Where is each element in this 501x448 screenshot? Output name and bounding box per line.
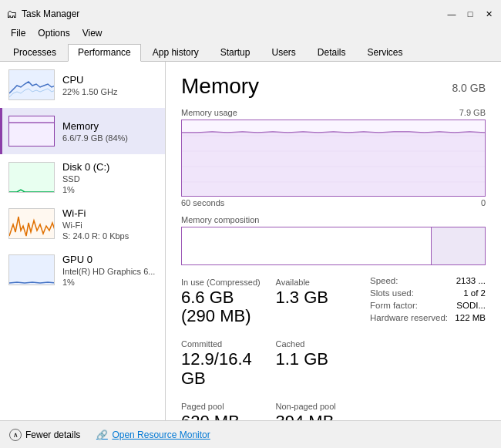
close-button[interactable]: ✕: [483, 8, 495, 20]
right-stats: Speed: 2133 ... Slots used: 1 of 2 Form …: [362, 273, 486, 420]
cpu-detail: 22% 1.50 GHz: [62, 87, 118, 96]
sidebar-item-disk[interactable]: Disk 0 (C:) SSD 1%: [0, 154, 165, 200]
svg-rect-3: [9, 255, 55, 285]
available-value: 1.3 GB: [276, 288, 363, 307]
time-label: 60 seconds 0: [181, 198, 486, 207]
window-title: Task Manager: [22, 8, 79, 19]
stat-in-use: In use (Compressed) 6.6 GB (290 MB): [181, 273, 268, 330]
open-resource-monitor-button[interactable]: 🔗 Open Resource Monitor: [96, 429, 210, 441]
usage-label-text: Memory usage: [181, 108, 237, 117]
memory-name: Memory: [62, 120, 128, 132]
composition-chart: [181, 227, 486, 265]
nonpaged-value: 394 MB: [276, 413, 363, 420]
svg-rect-0: [9, 116, 55, 147]
tab-users[interactable]: Users: [261, 44, 305, 61]
svg-marker-9: [182, 132, 485, 197]
cpu-mini-graph: [8, 69, 55, 100]
comp-in-use: [182, 227, 432, 265]
speed-label: Speed:: [370, 276, 398, 285]
menu-bar: File Options View: [0, 25, 501, 42]
form-value: SODI...: [456, 301, 486, 310]
fewer-details-button[interactable]: ∧ Fewer details: [9, 429, 80, 441]
usage-chart-label: Memory usage 7.9 GB: [181, 108, 486, 117]
svg-rect-1: [9, 163, 55, 193]
sidebar-item-gpu[interactable]: GPU 0 Intel(R) HD Graphics 6... 1%: [0, 247, 165, 293]
tab-bar: Processes Performance App history Startu…: [0, 42, 501, 62]
composition-section: Memory composition: [181, 215, 486, 265]
tab-processes[interactable]: Processes: [3, 44, 66, 61]
disk-name: Disk 0 (C:): [62, 161, 109, 173]
panel-title: Memory: [181, 74, 259, 99]
tab-app-history[interactable]: App history: [143, 44, 209, 61]
reserved-label: Hardware reserved:: [370, 313, 448, 322]
slots-value: 1 of 2: [463, 288, 486, 298]
tab-performance[interactable]: Performance: [68, 44, 141, 62]
right-panel: Memory 8.0 GB Memory usage 7.9 GB: [166, 62, 501, 420]
form-row: Form factor: SODI...: [370, 301, 486, 310]
reserved-value: 122 MB: [455, 313, 486, 322]
gpu-info: GPU 0 Intel(R) HD Graphics 6... 1%: [62, 254, 155, 287]
composition-label-text: Memory composition: [181, 215, 259, 224]
composition-label: Memory composition: [181, 215, 486, 224]
minimize-button[interactable]: —: [446, 8, 458, 20]
gpu-detail1: Intel(R) HD Graphics 6...: [62, 267, 155, 276]
cached-value: 1.1 GB: [276, 350, 363, 369]
committed-label: Committed: [181, 339, 268, 349]
slots-row: Slots used: 1 of 2: [370, 288, 486, 298]
stats-area: In use (Compressed) 6.6 GB (290 MB) Avai…: [181, 273, 486, 420]
tab-details[interactable]: Details: [308, 44, 356, 61]
sidebar-item-cpu[interactable]: CPU 22% 1.50 GHz: [0, 62, 165, 108]
disk-detail2: 1%: [62, 185, 109, 194]
usage-chart: [181, 120, 486, 197]
gpu-detail2: 1%: [62, 278, 155, 287]
wifi-detail2: S: 24.0 R: 0 Kbps: [62, 231, 129, 241]
chevron-down-icon: ∧: [9, 429, 22, 441]
cpu-info: CPU 22% 1.50 GHz: [62, 74, 118, 96]
gpu-name: GPU 0: [62, 254, 155, 265]
usage-max-text: 7.9 GB: [459, 108, 486, 117]
wifi-info: Wi-Fi Wi-Fi S: 24.0 R: 0 Kbps: [62, 207, 129, 241]
panel-total: 8.0 GB: [452, 74, 486, 94]
cpu-name: CPU: [62, 74, 118, 86]
stat-committed: Committed 12.9/16.4 GB: [181, 335, 268, 392]
disk-detail1: SSD: [62, 174, 109, 184]
committed-value: 12.9/16.4 GB: [181, 350, 268, 387]
time-start: 60 seconds: [181, 198, 224, 207]
panel-header: Memory 8.0 GB: [181, 74, 486, 99]
speed-row: Speed: 2133 ...: [370, 276, 486, 285]
form-label: Form factor:: [370, 301, 418, 310]
wifi-name: Wi-Fi: [62, 207, 129, 219]
disk-mini-graph: [8, 162, 55, 193]
wifi-mini-graph: [8, 208, 55, 239]
stat-nonpaged: Non-paged pool 394 MB: [276, 397, 363, 420]
sidebar-item-wifi[interactable]: Wi-Fi Wi-Fi S: 24.0 R: 0 Kbps: [0, 200, 165, 247]
usage-chart-section: Memory usage 7.9 GB 60 secon: [181, 108, 486, 207]
title-controls: — □ ✕: [446, 8, 495, 20]
menu-options[interactable]: Options: [33, 27, 74, 39]
title-bar: 🗂 Task Manager — □ ✕: [0, 0, 501, 25]
stat-available: Available 1.3 GB: [276, 273, 363, 330]
memory-info: Memory 6.6/7.9 GB (84%): [62, 120, 128, 143]
wifi-detail1: Wi-Fi: [62, 221, 129, 230]
monitor-icon: 🔗: [96, 429, 108, 441]
maximize-button[interactable]: □: [464, 8, 476, 20]
comp-available: [432, 227, 485, 265]
in-use-label: In use (Compressed): [181, 278, 268, 287]
left-stats: In use (Compressed) 6.6 GB (290 MB) Avai…: [181, 273, 362, 420]
menu-view[interactable]: View: [78, 27, 107, 39]
sidebar: CPU 22% 1.50 GHz Memory 6.6/7.9 GB (84%): [0, 62, 166, 420]
time-end: 0: [481, 198, 486, 207]
main-content: CPU 22% 1.50 GHz Memory 6.6/7.9 GB (84%): [0, 62, 501, 420]
memory-mini-graph: [8, 116, 55, 147]
sidebar-item-memory[interactable]: Memory 6.6/7.9 GB (84%): [0, 108, 165, 154]
stat-cached: Cached 1.1 GB: [276, 335, 363, 392]
paged-value: 620 MB: [181, 413, 268, 420]
cached-label: Cached: [276, 339, 363, 349]
gpu-mini-graph: [8, 254, 55, 285]
reserved-row: Hardware reserved: 122 MB: [370, 313, 486, 322]
menu-file[interactable]: File: [6, 27, 30, 39]
slots-label: Slots used:: [370, 288, 414, 298]
tab-startup[interactable]: Startup: [210, 44, 261, 61]
disk-info: Disk 0 (C:) SSD 1%: [62, 161, 109, 194]
tab-services[interactable]: Services: [358, 44, 413, 61]
